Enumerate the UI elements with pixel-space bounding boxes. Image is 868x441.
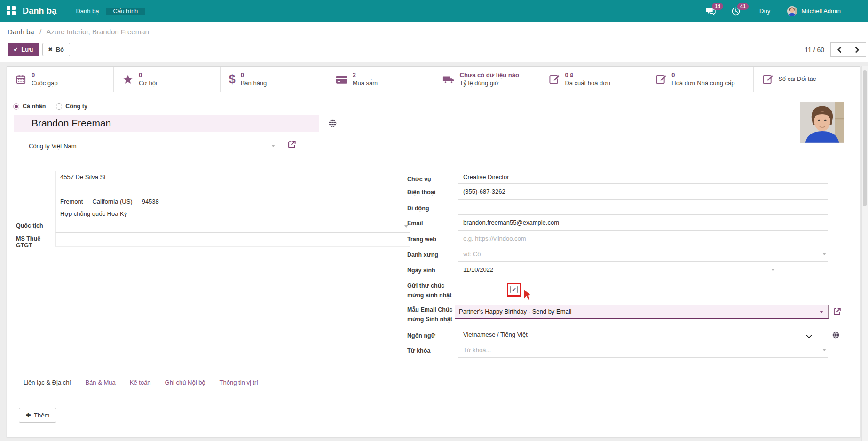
messages-menu[interactable]: 14 bbox=[706, 5, 718, 17]
language-field[interactable]: Vietnamese / Tiếng Việt bbox=[458, 327, 828, 342]
stat-value: 2 bbox=[353, 71, 378, 79]
vat-label: MS Thuế GTGT bbox=[16, 233, 55, 247]
activities-badge: 41 bbox=[737, 3, 749, 10]
stat-button-on-time-rate[interactable]: Chưa có dữ liệu nàoTỷ lệ đúng giờ bbox=[434, 67, 541, 92]
radio-company[interactable]: Công ty bbox=[56, 103, 87, 110]
external-link-icon[interactable] bbox=[833, 307, 842, 316]
external-link-icon[interactable] bbox=[287, 140, 297, 149]
stat-label: Cơ hội bbox=[139, 79, 157, 87]
mobile-row: Di động bbox=[407, 200, 859, 215]
street2-value[interactable] bbox=[55, 183, 410, 195]
phone-field[interactable]: (355)-687-3262 bbox=[458, 184, 828, 200]
pager-next-button[interactable] bbox=[848, 42, 866, 57]
stat-label: Cuộc gặp bbox=[32, 79, 58, 87]
phone-label: Điện thoại bbox=[407, 184, 458, 200]
website-label: Trang web bbox=[407, 231, 458, 246]
globe-icon[interactable] bbox=[329, 119, 337, 127]
country-row: Hợp chủng quốc Hoa Kỳ bbox=[16, 207, 410, 220]
parent-company-field[interactable]: Công ty Việt Nam bbox=[16, 140, 279, 152]
chevron-down-icon[interactable] bbox=[822, 349, 826, 353]
tab-sales-purchase[interactable]: Bán & Mua bbox=[78, 371, 122, 394]
plus-icon: ✚ bbox=[26, 412, 31, 418]
website-field[interactable]: e.g. https://viindoo.com bbox=[458, 231, 828, 246]
tab-accounting[interactable]: Kế toán bbox=[123, 371, 158, 394]
chevron-down-icon[interactable] bbox=[820, 311, 823, 315]
stat-button-purchases[interactable]: 2Mua sắm bbox=[327, 67, 434, 92]
title-row: Danh xưng vd: Cô bbox=[407, 246, 859, 262]
birthday-template-value: Partner's Happy Birthday - Send by Email bbox=[459, 308, 571, 315]
apps-menu-icon[interactable] bbox=[7, 6, 16, 16]
chevron-down-icon[interactable] bbox=[806, 333, 812, 340]
pager: 11 / 60 bbox=[805, 42, 866, 57]
street-value[interactable]: 4557 De Silva St bbox=[55, 171, 410, 183]
chevron-down-icon[interactable] bbox=[771, 269, 775, 273]
birthdate-row: Ngày sinh 11/10/2022 bbox=[407, 262, 859, 277]
invoice-icon bbox=[655, 74, 666, 85]
stat-button-vendor-bills[interactable]: 0Hoá đơn Nhà cung cấp bbox=[647, 67, 754, 92]
user-name[interactable]: Mitchell Admin bbox=[801, 8, 841, 15]
pager-previous-button[interactable] bbox=[830, 42, 848, 57]
globe-icon[interactable] bbox=[832, 327, 839, 342]
calendar-icon bbox=[16, 74, 26, 85]
street-label bbox=[16, 171, 55, 183]
add-record-button[interactable]: ✚ Thêm bbox=[19, 408, 56, 423]
birthday-mail-checkbox[interactable]: ✔ bbox=[510, 286, 518, 293]
tags-field[interactable]: Từ khoá... bbox=[458, 342, 828, 358]
radio-dot bbox=[13, 103, 19, 110]
birthday-template-field[interactable]: Partner's Happy Birthday - Send by Email bbox=[455, 305, 829, 319]
chevron-down-icon[interactable] bbox=[271, 145, 275, 149]
stat-button-meetings[interactable]: 0Cuộc gặp bbox=[7, 67, 114, 92]
website-placeholder: e.g. https://viindoo.com bbox=[463, 235, 526, 242]
stat-button-sales[interactable]: $ 0Bán hàng bbox=[221, 67, 327, 92]
birthday-template-label: Mẫu Email Chúc mừng Sinh nhật bbox=[407, 301, 458, 327]
navbar-left: Danh bạ Danh bạ Cấu hình bbox=[0, 0, 145, 22]
scrollbar-thumb[interactable] bbox=[863, 70, 867, 206]
contact-photo[interactable] bbox=[800, 102, 844, 143]
contact-name-input[interactable]: Brandon Freeman bbox=[14, 115, 319, 132]
vat-row: MS Thuế GTGT bbox=[16, 233, 410, 247]
user-avatar[interactable] bbox=[787, 6, 797, 16]
country-value[interactable]: Hợp chủng quốc Hoa Kỳ bbox=[55, 207, 410, 220]
breadcrumb-parent[interactable]: Danh bạ bbox=[8, 28, 34, 36]
state-value[interactable]: California (US) bbox=[92, 198, 132, 205]
stat-label: Tỷ lệ đúng giờ bbox=[460, 79, 519, 87]
tab-location-info[interactable]: Thông tin vị trí bbox=[213, 371, 265, 394]
vat-field[interactable] bbox=[55, 233, 410, 247]
user-shortcut[interactable]: Duy bbox=[759, 8, 770, 15]
menu-danh-ba[interactable]: Danh bạ bbox=[69, 8, 106, 15]
mobile-field[interactable] bbox=[458, 200, 828, 215]
text-cursor bbox=[572, 308, 572, 315]
nationality-field[interactable] bbox=[55, 220, 410, 233]
language-label: Ngôn ngữ bbox=[407, 327, 458, 342]
radio-individual[interactable]: Cá nhân bbox=[13, 103, 46, 110]
job-row: Chức vụ Creative Director bbox=[407, 171, 859, 184]
parent-company-value: Công ty Việt Nam bbox=[29, 142, 77, 150]
zip-value[interactable]: 94538 bbox=[142, 198, 159, 205]
title-field[interactable]: vd: Cô bbox=[458, 246, 828, 262]
save-button[interactable]: ✔Lưu bbox=[8, 43, 39, 56]
tags-label: Từ khóa bbox=[407, 342, 458, 358]
discard-button[interactable]: ✖Bỏ bbox=[42, 43, 71, 56]
app-brand[interactable]: Danh bạ bbox=[23, 6, 56, 16]
tags-placeholder: Từ khoá... bbox=[463, 346, 491, 354]
title-label: Danh xưng bbox=[407, 246, 458, 262]
email-field[interactable]: brandon.freeman55@example.com bbox=[458, 215, 828, 231]
star-icon bbox=[122, 74, 134, 85]
menu-cau-hinh[interactable]: Cấu hình bbox=[106, 8, 145, 15]
stat-button-invoiced[interactable]: 0 ₫Đã xuất hoá đơn bbox=[540, 67, 647, 92]
navbar-right: 14 41 Duy Mitchell Admin bbox=[693, 0, 868, 22]
language-row: Ngôn ngữ Vietnamese / Tiếng Việt bbox=[407, 327, 859, 342]
birthdate-label: Ngày sinh bbox=[407, 262, 458, 277]
vertical-scrollbar[interactable] bbox=[861, 66, 868, 441]
activities-menu[interactable]: 41 bbox=[731, 5, 743, 17]
chevron-down-icon[interactable] bbox=[822, 253, 826, 257]
stat-button-opportunities[interactable]: 0Cơ hội bbox=[114, 67, 221, 92]
stat-button-partner-ledger[interactable]: Sổ cái Đối tác bbox=[754, 67, 860, 92]
tab-internal-notes[interactable]: Ghi chú Nội bộ bbox=[158, 371, 213, 394]
job-field[interactable]: Creative Director bbox=[458, 171, 828, 184]
stat-label: Sổ cái Đối tác bbox=[778, 75, 816, 83]
city-value[interactable]: Fremont bbox=[60, 198, 83, 205]
check-icon: ✔ bbox=[14, 47, 18, 53]
tab-contacts-addresses[interactable]: Liên lạc & Địa chỉ bbox=[16, 371, 78, 394]
form-sheet: 0Cuộc gặp 0Cơ hội $ 0Bán hàng 2Mua sắm C… bbox=[7, 66, 860, 437]
